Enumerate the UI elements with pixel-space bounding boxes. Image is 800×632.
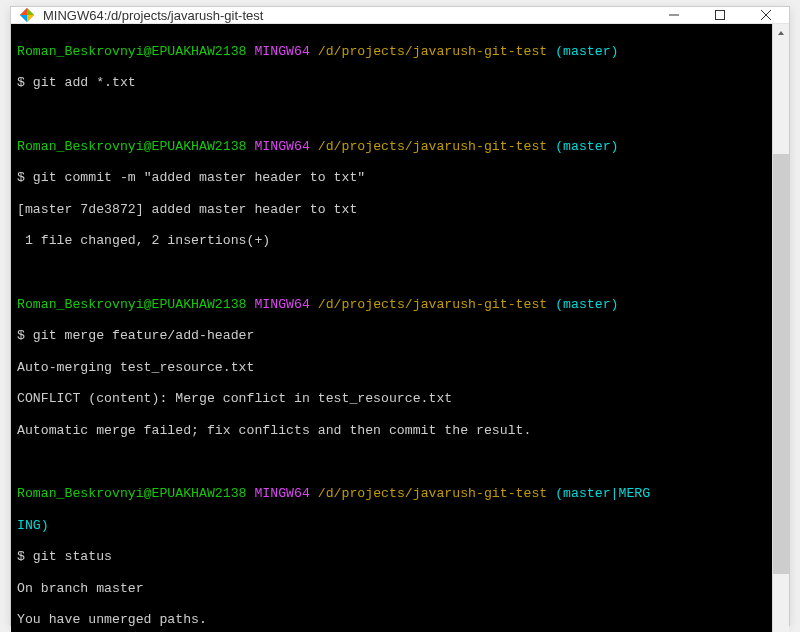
- svg-marker-3: [20, 15, 27, 22]
- window-title: MINGW64:/d/projects/javarush-git-test: [43, 8, 651, 23]
- prompt-path: /d/projects/javarush-git-test: [318, 44, 548, 59]
- vertical-scrollbar[interactable]: [772, 24, 789, 632]
- terminal-output[interactable]: Roman_Beskrovnyi@EPUAKHAW2138 MINGW64 /d…: [11, 24, 772, 632]
- prompt-user: Roman_Beskrovnyi@EPUAKHAW2138: [17, 139, 247, 154]
- prompt-env: MINGW64: [254, 297, 309, 312]
- prompt-dollar: $: [17, 549, 25, 564]
- cmd-text: git add *.txt: [25, 75, 136, 90]
- prompt-user: Roman_Beskrovnyi@EPUAKHAW2138: [17, 297, 247, 312]
- maximize-button[interactable]: [697, 7, 743, 23]
- window-controls: [651, 7, 789, 23]
- prompt-branch: (master|MERG: [555, 486, 650, 501]
- prompt-user: Roman_Beskrovnyi@EPUAKHAW2138: [17, 44, 247, 59]
- prompt-path: /d/projects/javarush-git-test: [318, 486, 548, 501]
- svg-marker-9: [778, 31, 784, 35]
- prompt-env: MINGW64: [254, 139, 309, 154]
- output-line: On branch master: [17, 581, 766, 597]
- cmd-text: git commit -m "added master header to tx…: [25, 170, 365, 185]
- prompt-branch: (master): [555, 139, 618, 154]
- output-line: You have unmerged paths.: [17, 612, 766, 628]
- cmd-text: git merge feature/add-header: [25, 328, 255, 343]
- output-line: Auto-merging test_resource.txt: [17, 360, 766, 376]
- output-line: [master 7de3872] added master header to …: [17, 202, 766, 218]
- minimize-button[interactable]: [651, 7, 697, 23]
- prompt-env: MINGW64: [254, 486, 309, 501]
- scroll-up-arrow-icon[interactable]: [773, 24, 789, 41]
- svg-rect-6: [716, 11, 725, 20]
- output-line: Automatic merge failed; fix conflicts an…: [17, 423, 766, 439]
- mingw-icon: [19, 7, 35, 23]
- prompt-dollar: $: [17, 170, 25, 185]
- close-button[interactable]: [743, 7, 789, 23]
- titlebar[interactable]: MINGW64:/d/projects/javarush-git-test: [11, 7, 789, 24]
- prompt-path: /d/projects/javarush-git-test: [318, 139, 548, 154]
- output-line: 1 file changed, 2 insertions(+): [17, 233, 766, 249]
- output-line: CONFLICT (content): Merge conflict in te…: [17, 391, 766, 407]
- prompt-dollar: $: [17, 328, 25, 343]
- prompt-dollar: $: [17, 75, 25, 90]
- prompt-path: /d/projects/javarush-git-test: [318, 297, 548, 312]
- terminal-window: MINGW64:/d/projects/javarush-git-test Ro…: [10, 6, 790, 626]
- scroll-thumb[interactable]: [773, 154, 789, 574]
- cmd-text: git status: [25, 549, 112, 564]
- prompt-branch: (master): [555, 297, 618, 312]
- svg-marker-4: [27, 15, 34, 22]
- prompt-user: Roman_Beskrovnyi@EPUAKHAW2138: [17, 486, 247, 501]
- prompt-env: MINGW64: [254, 44, 309, 59]
- prompt-branch: (master): [555, 44, 618, 59]
- prompt-branch-wrap: ING): [17, 518, 49, 533]
- terminal-body: Roman_Beskrovnyi@EPUAKHAW2138 MINGW64 /d…: [11, 24, 789, 632]
